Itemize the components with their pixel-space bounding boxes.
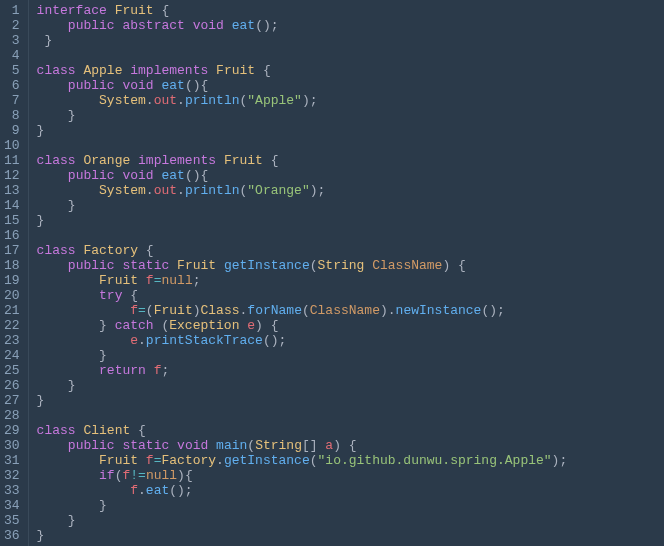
line-number: 9 (4, 124, 20, 139)
token-kw: catch (115, 318, 154, 333)
token-str: "io.github.dunwu.spring.Apple" (318, 453, 552, 468)
token-kw: static (122, 438, 169, 453)
token-type: System (99, 183, 146, 198)
token-kw: static (122, 258, 169, 273)
token-str: "Apple" (247, 93, 302, 108)
token-punct: ( (310, 453, 318, 468)
token-punct: ). (380, 303, 396, 318)
code-line: public static Fruit getInstance(String C… (37, 259, 664, 274)
line-number: 24 (4, 349, 20, 364)
token-kw: class (37, 63, 76, 78)
token-plain (169, 258, 177, 273)
code-line: } (37, 529, 664, 544)
token-plain (185, 18, 193, 33)
token-kw: abstract (122, 18, 184, 33)
token-var: out (154, 93, 177, 108)
token-punct: ; (161, 363, 169, 378)
code-line: interface Fruit { (37, 4, 664, 19)
token-type: String (318, 258, 365, 273)
line-number: 17 (4, 244, 20, 259)
line-number: 6 (4, 79, 20, 94)
line-number: 15 (4, 214, 20, 229)
line-number: 19 (4, 274, 20, 289)
token-punct: (){ (185, 78, 208, 93)
token-var: a (325, 438, 333, 453)
token-punct: ( (310, 258, 318, 273)
token-punct: (){ (185, 168, 208, 183)
line-number: 29 (4, 424, 20, 439)
token-fn: getInstance (224, 258, 310, 273)
token-kw: void (177, 438, 208, 453)
code-line: } catch (Exception e) { (37, 319, 664, 334)
token-fn: eat (146, 483, 169, 498)
line-number: 36 (4, 529, 20, 544)
line-number: 5 (4, 64, 20, 79)
line-number: 14 (4, 199, 20, 214)
token-kw: try (99, 288, 122, 303)
token-plain (224, 18, 232, 33)
token-kw: void (122, 78, 153, 93)
token-kw: if (99, 468, 115, 483)
line-number: 33 (4, 484, 20, 499)
token-type: Client (83, 423, 130, 438)
code-line: f.eat(); (37, 484, 664, 499)
token-type: Factory (161, 453, 216, 468)
token-plain (37, 483, 131, 498)
token-plain (37, 453, 99, 468)
token-punct: . (138, 333, 146, 348)
line-number: 30 (4, 439, 20, 454)
token-punct: } (37, 348, 107, 363)
token-kw: public (68, 18, 115, 33)
line-number-gutter: 1234567891011121314151617181920212223242… (0, 0, 29, 546)
token-punct: { (263, 153, 279, 168)
token-punct: } (37, 33, 53, 48)
token-punct: ) { (333, 438, 356, 453)
code-line: System.out.println("Apple"); (37, 94, 664, 109)
token-punct: } (37, 123, 45, 138)
token-punct: } (37, 393, 45, 408)
line-number: 32 (4, 469, 20, 484)
token-punct: } (37, 213, 45, 228)
token-kw: class (37, 153, 76, 168)
token-fn: eat (232, 18, 255, 33)
code-editor: 1234567891011121314151617181920212223242… (0, 0, 664, 546)
line-number: 34 (4, 499, 20, 514)
code-line: class Orange implements Fruit { (37, 154, 664, 169)
token-punct: ( (247, 438, 255, 453)
token-kw: implements (138, 153, 216, 168)
line-number: 26 (4, 379, 20, 394)
token-plain (37, 273, 99, 288)
token-kw: return (99, 363, 146, 378)
token-kw: void (193, 18, 224, 33)
code-line: class Factory { (37, 244, 664, 259)
token-plain (146, 363, 154, 378)
token-plain (216, 258, 224, 273)
line-number: 31 (4, 454, 20, 469)
line-number: 12 (4, 169, 20, 184)
code-area[interactable]: interface Fruit { public abstract void e… (29, 0, 664, 546)
token-punct: ) { (255, 318, 278, 333)
code-line: return f; (37, 364, 664, 379)
line-number: 3 (4, 34, 20, 49)
token-plain (37, 438, 68, 453)
line-number: 10 (4, 139, 20, 154)
token-param: ClassName (372, 258, 442, 273)
token-type: Orange (83, 153, 130, 168)
code-line (37, 409, 664, 424)
token-plain (208, 63, 216, 78)
token-plain (37, 363, 99, 378)
token-fn: forName (247, 303, 302, 318)
line-number: 8 (4, 109, 20, 124)
token-punct: (); (263, 333, 286, 348)
code-line: } (37, 109, 664, 124)
token-plain (169, 438, 177, 453)
line-number: 2 (4, 19, 20, 34)
token-type: Fruit (99, 273, 138, 288)
token-punct: ){ (177, 468, 193, 483)
code-line: } (37, 214, 664, 229)
token-fn: eat (161, 78, 184, 93)
line-number: 22 (4, 319, 20, 334)
token-kw: public (68, 78, 115, 93)
line-number: 4 (4, 49, 20, 64)
token-fn: println (185, 93, 240, 108)
